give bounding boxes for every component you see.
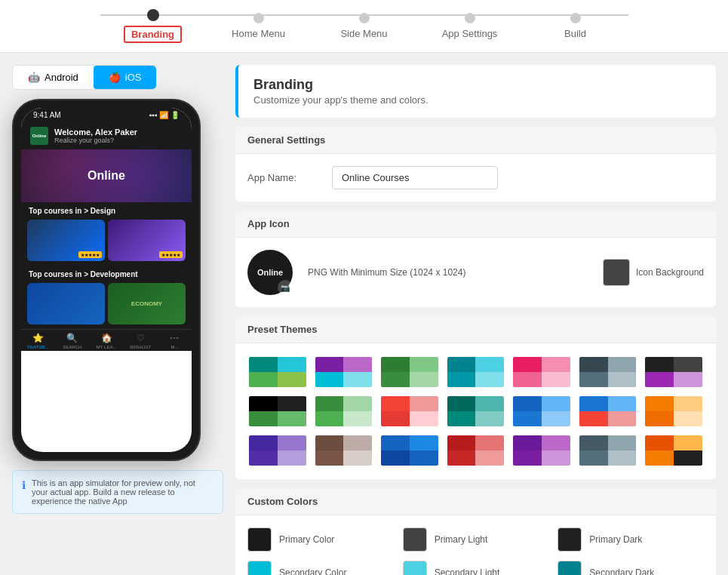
theme-cell [410, 450, 438, 466]
theme-cell [447, 411, 476, 426]
theme-cell [475, 411, 504, 426]
top-nav: Branding Home Menu Side Menu App Setting… [0, 0, 728, 53]
phone-card-badge-2: ★★★★★ [159, 251, 183, 258]
theme-cell [542, 411, 570, 426]
color-swatch-secondary-light[interactable] [403, 561, 427, 575]
phone-cards-design: ★★★★★ ★★★★★ [21, 217, 192, 266]
android-btn[interactable]: 🤖 Android [13, 66, 94, 89]
theme-cell [410, 372, 438, 387]
theme-cell [645, 396, 674, 411]
color-swatch-primary-color[interactable] [247, 527, 272, 552]
theme-swatch-11[interactable] [511, 395, 572, 428]
theme-cell [674, 435, 702, 450]
phone-nav-wishlist: ♡ WISHLIST [124, 333, 158, 349]
theme-swatch-13[interactable] [644, 395, 704, 428]
theme-cell [381, 450, 410, 466]
theme-swatch-12[interactable] [578, 395, 638, 428]
theme-cell [410, 357, 438, 372]
theme-swatch-17[interactable] [446, 434, 506, 467]
phone-screen: 9:41 AM ▪▪▪ 📶 🔋 Online Welcome, Alex Pak… [21, 108, 192, 452]
theme-swatch-18[interactable] [511, 434, 572, 467]
icon-bg-swatch[interactable] [603, 259, 630, 286]
theme-swatch-19[interactable] [578, 434, 638, 467]
app-icon-row: Online 📷 PNG With Minimum Size (1024 x 1… [247, 250, 704, 295]
theme-swatch-6[interactable] [644, 355, 704, 389]
app-icon-section: App Icon Online 📷 PNG With Minimum Size … [235, 211, 716, 307]
theme-cell [343, 411, 372, 426]
color-swatch-primary-dark[interactable] [558, 527, 582, 552]
color-swatch-secondary-dark[interactable] [558, 561, 582, 575]
phone-nav-featured-label: FEATUR... [27, 345, 49, 349]
theme-cell [249, 411, 278, 426]
nav-step-app-settings[interactable]: App Settings [417, 13, 523, 39]
phone-nav-mylearn-label: MY LEA... [97, 345, 117, 349]
theme-cell [249, 357, 278, 372]
nav-step-label-build: Build [564, 28, 586, 39]
general-settings-section: General Settings App Name: [235, 127, 716, 201]
app-name-label: App Name: [247, 172, 323, 183]
themes-grid [247, 355, 704, 467]
color-swatch-secondary-color[interactable] [247, 561, 272, 575]
app-icon-preview[interactable]: Online 📷 [247, 250, 293, 295]
info-banner: ℹ This is an app simulator for preview o… [12, 470, 223, 514]
color-label-primary-color: Primary Color [279, 534, 334, 545]
phone-logo-text: Online [32, 134, 47, 138]
theme-cell [381, 396, 410, 411]
preset-themes-body [235, 343, 716, 479]
theme-cell [410, 435, 438, 450]
theme-cell [513, 357, 542, 372]
info-text: This is an app simulator for preview onl… [32, 478, 213, 506]
theme-swatch-5[interactable] [578, 355, 638, 389]
theme-cell [475, 372, 504, 387]
phone-header: Online Welcome, Alex Paker Realize your … [21, 122, 192, 149]
custom-colors-header: Custom Colors [235, 488, 716, 515]
theme-swatch-9[interactable] [379, 395, 440, 428]
theme-cell [513, 411, 542, 426]
theme-cell [645, 435, 674, 450]
custom-colors-body: Primary ColorPrimary LightPrimary DarkSe… [235, 515, 716, 575]
theme-swatch-16[interactable] [379, 434, 440, 467]
color-swatch-primary-light[interactable] [403, 527, 427, 552]
phone-time: 9:41 AM [33, 111, 61, 119]
theme-swatch-0[interactable] [247, 355, 308, 389]
custom-colors-section: Custom Colors Primary ColorPrimary Light… [235, 488, 716, 575]
ios-btn[interactable]: 🍎 iOS [94, 66, 157, 89]
theme-cell [447, 450, 476, 466]
main-layout: 🤖 Android 🍎 iOS 9:41 AM ▪▪▪ 📶 🔋 Online [0, 53, 728, 575]
theme-cell [381, 372, 410, 387]
phone-nav-wishlist-label: WISHLIST [130, 345, 151, 349]
theme-swatch-2[interactable] [379, 355, 440, 389]
theme-swatch-7[interactable] [247, 395, 308, 428]
theme-swatch-8[interactable] [314, 395, 374, 428]
theme-swatch-15[interactable] [314, 434, 374, 467]
app-name-field-row: App Name: [247, 166, 704, 189]
app-name-input[interactable] [332, 166, 498, 189]
apple-icon: 🍎 [109, 72, 121, 83]
branding-title: Branding [253, 77, 701, 93]
nav-step-branding[interactable]: Branding [100, 9, 206, 43]
theme-cell [608, 372, 637, 387]
phone-logo: Online [30, 127, 48, 145]
theme-swatch-4[interactable] [511, 355, 572, 389]
phone-banner-text: Online [88, 169, 125, 183]
color-item-primary-dark: Primary Dark [558, 527, 704, 552]
theme-cell [447, 396, 476, 411]
theme-cell [447, 435, 476, 450]
color-label-secondary-light: Secondary Light [435, 567, 500, 575]
theme-swatch-3[interactable] [446, 355, 506, 389]
theme-swatch-14[interactable] [247, 434, 308, 467]
left-panel: 🤖 Android 🍎 iOS 9:41 AM ▪▪▪ 📶 🔋 Online [12, 65, 223, 575]
nav-step-home-menu[interactable]: Home Menu [206, 13, 312, 39]
phone-card-1: ★★★★★ [27, 220, 105, 261]
phone-card-dev-2: ECONOMY [108, 283, 186, 324]
theme-cell [645, 372, 674, 387]
nav-step-side-menu[interactable]: Side Menu [312, 13, 417, 39]
theme-cell [475, 435, 504, 450]
theme-swatch-10[interactable] [446, 395, 506, 428]
theme-swatch-20[interactable] [644, 434, 704, 467]
nav-step-build[interactable]: Build [523, 13, 628, 39]
phone-nav-wishlist-icon: ♡ [137, 333, 145, 343]
theme-swatch-1[interactable] [314, 355, 374, 389]
theme-cell [542, 435, 570, 450]
theme-cell [513, 450, 542, 466]
